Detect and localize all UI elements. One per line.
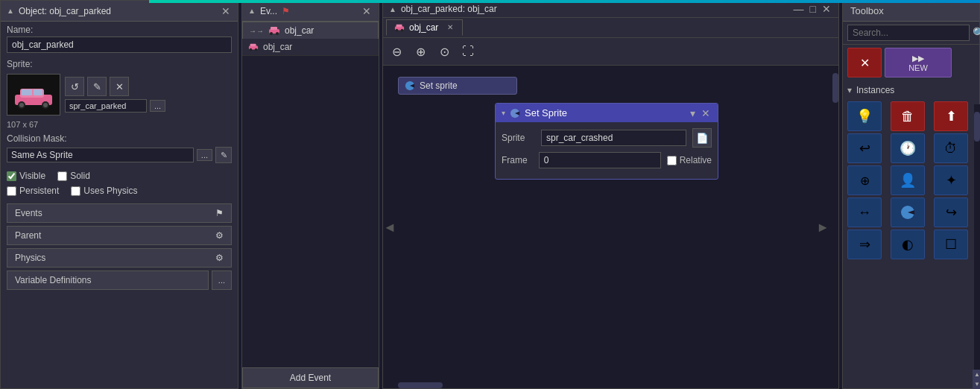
sprite-delete-btn[interactable]: ✕ <box>110 77 129 96</box>
obj-car-tab[interactable]: obj_car ✕ <box>386 19 463 36</box>
tool-pac[interactable] <box>891 197 925 227</box>
frame-row: Frame Relative <box>502 152 712 168</box>
visible-checkbox[interactable]: Visible <box>7 171 45 181</box>
tool-jump[interactable]: ⇒ <box>847 230 882 259</box>
sprite-dialog-header: ▾ Set Sprite ▾ ✕ <box>496 104 718 122</box>
events-button[interactable]: Events ⚑ <box>7 203 232 223</box>
sprite-more-btn[interactable]: ... <box>150 100 165 112</box>
tool-spread[interactable]: ↔ <box>847 197 882 227</box>
nav-arrows-icon: →→ <box>249 27 264 35</box>
zoom-in-btn[interactable]: ⊕ <box>410 41 431 62</box>
visible-label: Visible <box>19 171 45 181</box>
new-label: ▶▶NEW <box>908 54 928 72</box>
chevron-right-icon[interactable]: ► <box>816 219 829 235</box>
collision-more-btn[interactable]: ... <box>197 149 212 161</box>
scrollbar-v[interactable] <box>832 66 838 388</box>
svg-rect-17 <box>396 25 402 28</box>
tool-delete2[interactable]: ⬆ <box>934 101 968 131</box>
tool-path[interactable]: ↩ <box>847 133 882 163</box>
set-sprite-dialog: ▾ Set Sprite ▾ ✕ Sprite 📄 <box>495 103 718 180</box>
variable-more-btn[interactable]: ... <box>212 271 232 290</box>
scroll-up-arrow[interactable]: ▲ <box>973 370 980 379</box>
event-item[interactable]: obj_car <box>242 39 379 56</box>
toolbox-panel: Toolbox 🔍 ✕ ▶▶NEW ▾ Instances 💡 🗑 <box>842 0 980 389</box>
collision-section: Collision Mask: ... ✎ <box>1 130 238 166</box>
rotate-icon: ◐ <box>902 236 914 253</box>
car-item-icon <box>248 42 259 52</box>
sprite-field-btn[interactable]: 📄 <box>692 128 712 148</box>
tool-time[interactable]: 🕐 <box>891 133 925 163</box>
time-icon: 🕐 <box>900 140 916 156</box>
editor-toolbar: ⊖ ⊕ ⊙ ⛶ <box>383 38 838 66</box>
chevron-left-icon[interactable]: ◄ <box>383 219 396 235</box>
object-panel-close[interactable]: ✕ <box>220 6 232 16</box>
misc-icon: ✦ <box>946 172 957 189</box>
sprite-name-input[interactable] <box>65 99 147 113</box>
tool-timer[interactable]: ⏱ <box>934 133 968 163</box>
main-panel-close[interactable]: ✕ <box>821 4 832 14</box>
scrollbar-thumb[interactable] <box>832 73 838 103</box>
persistent-checkbox[interactable]: Persistent <box>7 186 59 196</box>
add-event-button[interactable]: Add Event <box>242 367 379 388</box>
zoom-reset-btn[interactable]: ⊙ <box>434 41 455 62</box>
tool-collision[interactable]: ⊕ <box>847 165 882 195</box>
svg-rect-7 <box>34 89 42 95</box>
physics-button[interactable]: Physics ⚙ <box>7 248 232 268</box>
events-icon: ⚑ <box>215 208 224 218</box>
toolbox-search-input[interactable] <box>847 25 970 41</box>
fullscreen-btn[interactable]: ⛶ <box>458 41 478 62</box>
scrollbar-h[interactable] <box>383 382 832 388</box>
tool-player[interactable]: 👤 <box>891 165 925 195</box>
action-buttons: Events ⚑ Parent ⚙ Physics ⚙ Variable Def… <box>1 200 238 293</box>
stop-button[interactable]: ✕ <box>847 48 882 78</box>
sprite-new-btn[interactable]: ↺ <box>65 77 84 96</box>
collision-edit-btn[interactable]: ✎ <box>215 147 232 163</box>
svg-point-15 <box>255 48 258 51</box>
sprite-edit-btn[interactable]: ✎ <box>87 77 107 96</box>
main-panel: ▲ obj_car_parked: obj_car — □ ✕ obj_car … <box>382 0 839 389</box>
main-header-controls: — □ ✕ <box>792 4 832 14</box>
name-input[interactable] <box>7 37 232 53</box>
event-panel-close[interactable]: ✕ <box>361 6 373 16</box>
pac-icon <box>405 80 415 91</box>
dialog-close-btn[interactable]: ✕ <box>700 108 712 118</box>
toolbox-scrollbar[interactable] <box>974 104 980 389</box>
tool-create[interactable]: 💡 <box>847 101 882 131</box>
relative-checkbox[interactable] <box>667 156 677 165</box>
player-icon: 👤 <box>900 172 916 189</box>
variable-definitions-button[interactable]: Variable Definitions <box>7 271 209 290</box>
sprite-field-input[interactable] <box>541 130 686 146</box>
dialog-dropdown-btn[interactable]: ▾ <box>689 108 697 118</box>
main-panel-minimize[interactable]: — <box>792 4 806 14</box>
sprite-section: ↺ ✎ ✕ ... <box>1 71 238 118</box>
event-panel-title: Ev... <box>260 6 277 16</box>
sprite-dialog-title-group: ▾ Set Sprite <box>502 107 567 118</box>
scroll-down-arrow[interactable]: ▼ <box>973 379 980 389</box>
scrollbar-h-thumb[interactable] <box>398 382 443 388</box>
collision-input[interactable] <box>7 148 194 162</box>
tool-return[interactable]: ↪ <box>934 197 968 227</box>
uses-physics-checkbox[interactable]: Uses Physics <box>71 186 137 196</box>
toolbox-scrollbar-thumb[interactable] <box>974 112 980 142</box>
set-sprite-block[interactable]: Set sprite <box>398 77 517 95</box>
tab-close[interactable]: ✕ <box>446 24 455 31</box>
sprite-row: Sprite 📄 <box>502 128 712 148</box>
checkboxes-row2: Persistent Uses Physics <box>1 186 238 200</box>
tool-misc[interactable]: ✦ <box>934 165 968 195</box>
tool-delete1[interactable]: 🗑 <box>891 101 925 131</box>
sprite-size: 107 x 67 <box>1 118 238 130</box>
svg-point-19 <box>401 29 404 32</box>
bulb-icon: 💡 <box>856 108 873 124</box>
sprite-name-row: ... <box>65 99 165 113</box>
main-panel-maximize[interactable]: □ <box>809 4 818 14</box>
main-panel-title-group: ▲ obj_car_parked: obj_car <box>389 4 497 14</box>
solid-checkbox[interactable]: Solid <box>57 171 90 181</box>
tool-box[interactable]: ☐ <box>934 230 968 259</box>
event-tab[interactable]: →→ obj_car <box>242 22 379 39</box>
new-button[interactable]: ▶▶NEW <box>885 48 952 78</box>
tool-rotate[interactable]: ◐ <box>891 230 925 259</box>
frame-field-input[interactable] <box>539 152 661 168</box>
zoom-out-btn[interactable]: ⊖ <box>386 41 407 62</box>
parent-button[interactable]: Parent ⚙ <box>7 226 232 245</box>
editor-canvas[interactable]: ◄ ► Set sprite ▾ S <box>383 66 838 388</box>
